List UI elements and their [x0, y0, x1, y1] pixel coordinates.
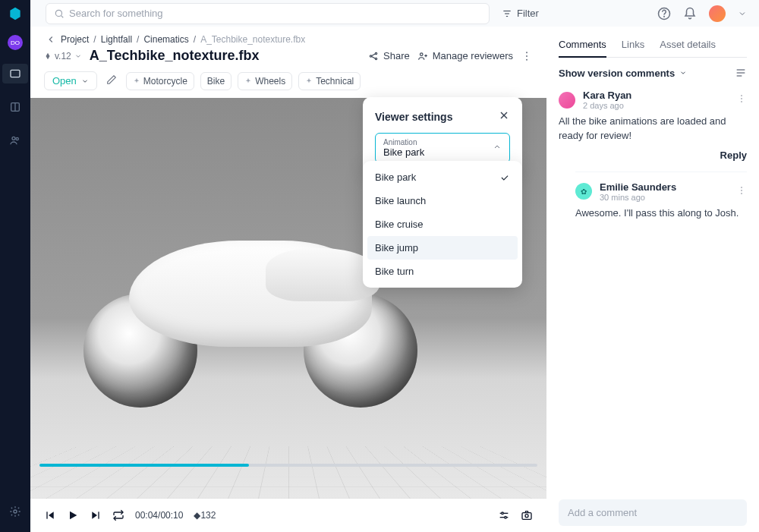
svg-point-41 — [741, 98, 742, 99]
tab-links[interactable]: Links — [622, 33, 644, 57]
svg-point-15 — [375, 58, 376, 59]
animation-option[interactable]: Bike turn — [367, 260, 518, 283]
animation-select[interactable]: Animation Bike park — [375, 133, 510, 163]
sparkle-icon — [133, 77, 140, 85]
svg-point-43 — [741, 187, 742, 188]
breadcrumb-item[interactable]: Cinematics — [143, 34, 188, 45]
timeline-scrubber[interactable] — [39, 464, 537, 467]
version-selector[interactable]: v.12 — [44, 51, 82, 61]
version-comments-toggle[interactable]: Show version comments — [559, 68, 687, 79]
user-avatar[interactable] — [709, 5, 726, 22]
breadcrumb-current: A_Techbike_notexture.fbx — [200, 34, 305, 45]
panel-title: Viewer settings — [375, 111, 452, 123]
chevron-down-icon — [738, 9, 747, 18]
sliders-icon — [498, 509, 510, 521]
sparkle-icon — [305, 77, 313, 85]
svg-marker-24 — [49, 512, 54, 518]
right-sidebar: Comments Links Asset details Show versio… — [546, 27, 759, 532]
svg-line-17 — [372, 56, 376, 58]
chevron-up-icon — [493, 143, 502, 152]
comment-time: 30 mins ago — [600, 193, 676, 202]
tab-asset-details[interactable]: Asset details — [660, 33, 716, 57]
svg-rect-28 — [98, 512, 99, 518]
play-button[interactable] — [67, 509, 79, 521]
arrow-left-icon — [46, 34, 56, 45]
reviewers-icon — [417, 51, 428, 61]
timeline-progress — [39, 464, 249, 467]
app-logo[interactable] — [8, 6, 23, 21]
gear-icon — [9, 505, 21, 518]
svg-point-34 — [525, 515, 528, 518]
skip-forward-icon — [90, 509, 102, 521]
tag-chip[interactable]: Bike — [200, 72, 231, 90]
svg-point-13 — [370, 55, 371, 56]
animation-option[interactable]: Bike park — [367, 165, 518, 189]
svg-point-18 — [420, 52, 423, 55]
tag-chip[interactable]: Wheels — [238, 72, 292, 90]
close-panel-button[interactable] — [498, 109, 510, 124]
skip-forward-button[interactable] — [90, 509, 102, 521]
skip-back-button[interactable] — [44, 509, 56, 521]
comment-item: Kara Ryan 2 days ago All the bike animat… — [559, 90, 747, 221]
comment-input[interactable]: Add a comment — [559, 499, 747, 526]
svg-marker-26 — [70, 512, 77, 520]
share-button[interactable]: Share — [368, 50, 410, 61]
chevron-down-icon — [81, 77, 89, 85]
svg-line-16 — [372, 54, 376, 55]
status-selector[interactable]: Open — [44, 71, 97, 90]
back-button[interactable] — [46, 34, 56, 45]
chevron-down-icon — [74, 52, 82, 60]
timecode: 00:04/00:10 — [135, 510, 183, 521]
nav-team[interactable] — [2, 131, 28, 150]
filter-icon — [502, 8, 512, 19]
help-button[interactable] — [657, 7, 671, 20]
svg-point-44 — [741, 190, 742, 191]
grid-icon — [9, 101, 21, 113]
user-menu-caret[interactable] — [738, 9, 747, 18]
animation-option[interactable]: Bike cruise — [367, 212, 518, 236]
nav-settings[interactable] — [2, 502, 28, 521]
breadcrumb-item[interactable]: Project — [61, 34, 89, 45]
reply-button[interactable]: Reply — [559, 150, 747, 161]
collapse-comments-button[interactable] — [735, 67, 747, 79]
workspace-avatar[interactable]: DO — [8, 35, 23, 50]
loop-button[interactable] — [112, 509, 124, 521]
folder-icon — [9, 68, 21, 80]
comment-avatar — [559, 92, 575, 109]
viewer-settings-button[interactable] — [498, 509, 510, 521]
svg-rect-25 — [46, 512, 47, 518]
comment-author: Emilie Saunders — [600, 181, 676, 193]
pencil-icon — [106, 74, 117, 85]
search-icon — [54, 8, 65, 19]
skip-back-icon — [44, 509, 56, 521]
comment-more-button[interactable] — [736, 93, 747, 106]
comment-time: 2 days ago — [583, 101, 631, 110]
frame-counter: ◆132 — [194, 510, 216, 521]
comment-body: Awesome. I'll pass this along to Josh. — [575, 206, 747, 221]
nav-assets[interactable] — [2, 64, 28, 83]
breadcrumb: Project / Lightfall / Cinematics / A_Tec… — [30, 27, 546, 48]
search-input[interactable]: Search for something — [46, 3, 490, 24]
tag-chip[interactable]: Technical — [298, 72, 361, 90]
tag-chip[interactable]: Motorcycle — [126, 72, 194, 90]
notifications-button[interactable] — [683, 7, 697, 20]
filter-button[interactable]: Filter — [502, 8, 539, 19]
svg-point-21 — [526, 52, 528, 53]
edit-tags-button[interactable] — [103, 74, 120, 87]
snapshot-button[interactable] — [521, 509, 533, 521]
list-icon — [735, 67, 747, 79]
svg-rect-7 — [11, 70, 20, 77]
loop-icon — [112, 509, 124, 521]
svg-point-14 — [375, 52, 376, 54]
nav-boards[interactable] — [2, 97, 28, 117]
more-actions-button[interactable] — [521, 50, 533, 62]
svg-point-0 — [55, 10, 61, 16]
animation-option[interactable]: Bike jump — [367, 236, 518, 260]
svg-point-42 — [741, 101, 742, 102]
comment-more-button[interactable] — [736, 185, 747, 198]
tab-comments[interactable]: Comments — [559, 33, 606, 58]
manage-reviewers-button[interactable]: Manage reviewers — [417, 50, 513, 61]
breadcrumb-item[interactable]: Lightfall — [101, 34, 132, 45]
svg-marker-27 — [92, 512, 97, 518]
animation-option[interactable]: Bike launch — [367, 189, 518, 212]
